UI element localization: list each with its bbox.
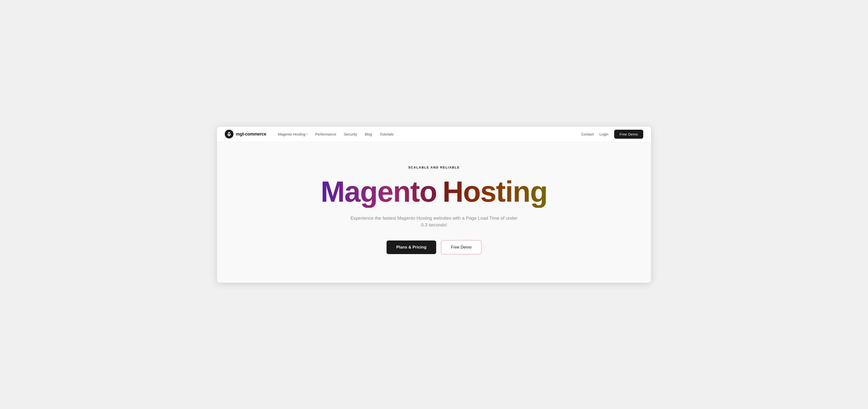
logo-text: mgt-commerce bbox=[236, 132, 266, 137]
nav-left: mgt-commerce Magento Hosting ▾ Performan… bbox=[225, 130, 394, 139]
navbar: mgt-commerce Magento Hosting ▾ Performan… bbox=[217, 126, 651, 142]
chevron-down-icon: ▾ bbox=[306, 133, 308, 136]
nav-item-performance[interactable]: Performance bbox=[315, 132, 336, 136]
svg-point-1 bbox=[228, 133, 230, 135]
nav-item-blog[interactable]: Blog bbox=[365, 132, 372, 136]
login-link[interactable]: Login bbox=[599, 132, 609, 136]
free-demo-nav-button[interactable]: Free Demo bbox=[614, 130, 643, 139]
headline-magento: Magento bbox=[321, 175, 437, 208]
nav-links: Magento Hosting ▾ Performance Security bbox=[278, 132, 393, 136]
browser-window: mgt-commerce Magento Hosting ▾ Performan… bbox=[217, 126, 651, 283]
nav-item-tutorials[interactable]: Tutorials bbox=[380, 132, 394, 136]
headline-hosting: Hosting bbox=[442, 175, 547, 208]
hero-buttons: Plans & Pricing Free Demo bbox=[386, 240, 482, 254]
nav-item-magento-hosting[interactable]: Magento Hosting ▾ bbox=[278, 132, 307, 136]
hero-subtext: Experience the fastest Magento Hosting w… bbox=[349, 215, 519, 229]
logo-link[interactable]: mgt-commerce bbox=[225, 130, 266, 139]
nav-right: Contact Login Free Demo bbox=[581, 130, 643, 139]
logo-icon bbox=[225, 130, 234, 139]
contact-link[interactable]: Contact bbox=[581, 132, 594, 136]
plans-pricing-button[interactable]: Plans & Pricing bbox=[386, 240, 436, 254]
nav-item-security[interactable]: Security bbox=[344, 132, 357, 136]
hero-eyebrow: SCALABLE AND RELIABLE bbox=[408, 166, 460, 169]
hero-section: SCALABLE AND RELIABLE MagentoHosting Exp… bbox=[217, 142, 651, 283]
free-demo-button[interactable]: Free Demo bbox=[441, 240, 482, 254]
hero-headline: MagentoHosting bbox=[321, 177, 547, 206]
